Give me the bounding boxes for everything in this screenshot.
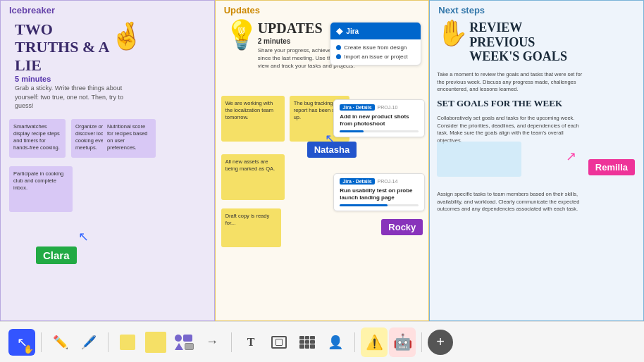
jira-card-2-bar [340,204,419,206]
jira-items: Create issue from design Import an issue… [330,39,421,65]
jira-card-2-badge: Jira · Details [340,178,374,185]
updates-sticky-1[interactable]: We are working with the localization tea… [221,96,285,142]
content-tools-group: T 👤 [237,329,349,356]
icebreaker-time: 5 minutes [15,75,51,83]
updates-label: Updates [224,5,260,15]
updates-sticky-4[interactable]: Draft copy is ready for... [221,208,281,247]
warning-tool-button[interactable]: ⚠️ [361,329,388,356]
jira-card-1-title: Add in new product shots from photoshoot [340,113,419,128]
sep-2 [108,332,109,352]
updates-cursor: ↖ [325,131,335,146]
jira-card-1-id: PROJ-10 [378,105,398,110]
hand-sub-icon: ✋ [23,344,34,354]
icebreaker-desc: Grab a sticky. Write three things about … [15,84,128,111]
select-tools-group: ↖ ✋ [8,329,35,356]
jira-item-2[interactable]: Import an issue or project [336,52,415,61]
frame-icon [271,336,287,349]
nextsteps-sticky-area [437,142,521,177]
robot-icon: 🤖 [389,327,416,357]
panel-updates: Updates 💡 UPDATES 2 minutes Share your p… [215,0,430,321]
sticky-1[interactable]: Smartwatches display recipe steps and ti… [9,119,66,158]
updates-sticky-3[interactable]: All new assets are being marked as QA. [221,154,285,200]
nextsteps-label: Next steps [438,5,485,15]
table-tool-button[interactable] [294,329,321,356]
clara-badge: Clara [36,246,77,264]
sep-3 [231,332,232,352]
frame-tool-button[interactable] [266,329,292,356]
robot-tool-button[interactable]: 🤖 [389,329,416,356]
warning-icon: ⚠️ [361,327,388,357]
updates-icon: 💡 [224,18,259,51]
sticky-small-button[interactable] [114,329,141,356]
clara-cursor: ↖ [78,229,89,244]
special-tools-group: ⚠️ 🤖 [361,329,416,356]
nextsteps-icon: ✋ [437,18,469,48]
jira-card-2[interactable]: Jira · Details PROJ-14 Run usability tes… [333,173,425,211]
pen-icon: ✏️ [53,335,68,350]
jira-header: ◆ Jira [330,23,421,39]
sep-4 [354,332,355,352]
jira-card-2-top: Jira · Details PROJ-14 [340,178,419,185]
jira-card-1-bar [340,130,419,132]
sep-1 [41,332,42,352]
marker-icon: 🖊️ [81,335,97,350]
sep-5 [421,332,422,352]
text-icon: T [247,336,255,349]
arrow-button[interactable]: → [199,329,225,356]
add-icon: + [436,334,445,350]
sticky-4[interactable]: Participate in cooking club and complete… [9,166,73,212]
nextsteps-desc1: Take a moment to review the goals and ta… [437,71,585,94]
remilla-badge: Remilla [588,159,635,175]
jira-card-1-progress [340,130,364,132]
shapes-button[interactable] [171,329,197,356]
shapes-icon [175,335,194,350]
avatar-tool-button[interactable]: 👤 [322,329,349,356]
nextsteps-subtitle: SET GOALS FOR THE WEEK [437,98,592,109]
jira-card-2-id: PROJ-14 [378,179,398,184]
jira-widget[interactable]: ◆ Jira Create issue from design Import a… [330,22,421,65]
text-tool-button[interactable]: T [237,329,264,356]
pen-tool-button[interactable]: ✏️ [47,329,74,356]
updates-title: UPDATES [258,20,323,37]
jira-card-2-progress [340,204,387,206]
nextsteps-desc2: Collaboratively set goals and tasks for … [437,115,585,144]
icebreaker-icon: 🤞 [110,20,143,51]
jira-item-1[interactable]: Create issue from design [336,43,415,52]
arrow-icon: → [206,335,218,349]
avatar-icon: 👤 [328,335,343,350]
nextsteps-desc3: Assign specific tasks to team members ba… [437,191,585,213]
shapes-tools-group: → [114,329,225,356]
sticky-small-icon [120,335,135,350]
add-button[interactable]: + [428,330,453,355]
nextsteps-title: REVIEW PREVIOUS WEEK'S GOALS [469,20,582,64]
sticky-large-icon [145,332,166,353]
rocky-badge: Rocky [381,219,423,235]
jira-card-1[interactable]: Jira · Details PROJ-10 Add in new produc… [333,99,425,137]
jira-logo-icon: ◆ [336,26,342,36]
drawing-tools-group: ✏️ 🖊️ [47,329,102,356]
icebreaker-label: Icebreaker [9,5,55,15]
select-tool-button[interactable]: ↖ ✋ [8,329,35,356]
main-area: Icebreaker 🤞 TWO TRUTHS & A LIE 5 minute… [0,0,644,321]
jira-card-1-badge: Jira · Details [340,104,374,111]
sticky-3[interactable]: Nutritional score for recipes based on u… [103,119,156,158]
panel-icebreaker: Icebreaker 🤞 TWO TRUTHS & A LIE 5 minute… [0,0,215,321]
panel-nextsteps: Next steps ✋ REVIEW PREVIOUS WEEK'S GOAL… [429,0,644,321]
icebreaker-title: TWO TRUTHS & A LIE [15,20,113,74]
jira-card-1-top: Jira · Details PROJ-10 [340,104,419,111]
sticky-large-button[interactable] [142,329,169,356]
toolbar: ↖ ✋ ✏️ 🖊️ [0,321,644,362]
marker-tool-button[interactable]: 🖊️ [75,329,102,356]
remilla-cursor: ↗ [566,149,576,164]
table-icon [299,336,315,349]
updates-time: 2 minutes [258,37,291,45]
jira-card-2-title: Run usability test on probe launch landi… [340,187,419,202]
jira-title: Jira [346,27,359,35]
